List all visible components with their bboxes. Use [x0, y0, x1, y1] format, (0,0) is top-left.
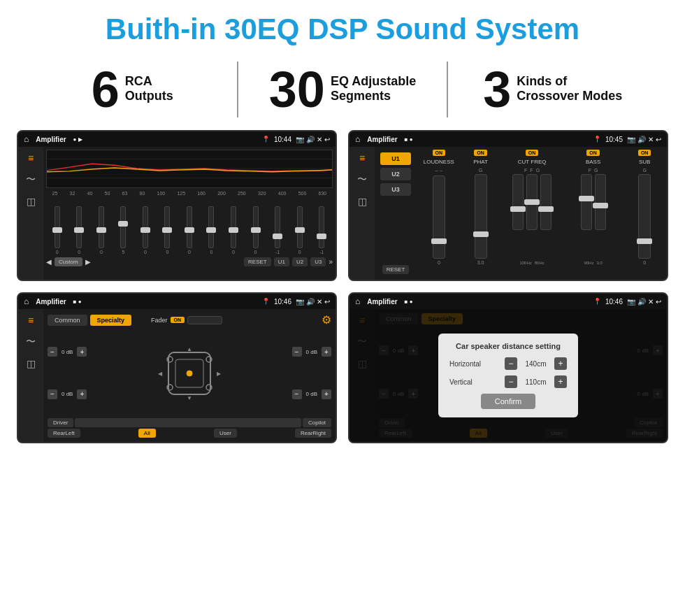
slider-track-6[interactable] [164, 206, 170, 248]
freq-125: 125 [177, 191, 185, 196]
slider-track-12[interactable] [297, 206, 303, 248]
confirm-button[interactable]: Confirm [481, 394, 536, 409]
home-icon-2: ⌂ [355, 134, 360, 144]
wave-icon-2[interactable]: 〜 [357, 173, 367, 186]
fr-minus[interactable]: − [292, 347, 302, 357]
eq-bottom-bar: ◀ Custom ▶ RESET U1 U2 U3 » [46, 257, 333, 266]
vol-icon-3: 🔊 [306, 298, 315, 306]
speaker-icon-1[interactable]: ◫ [27, 196, 36, 207]
rl-plus[interactable]: + [77, 389, 87, 399]
cutfreq-slider-2[interactable] [526, 174, 538, 230]
screen3-title: Amplifier [36, 298, 66, 306]
sub-label: SUB [639, 159, 650, 165]
copilot-btn-3[interactable]: Copilot [303, 418, 331, 427]
vertical-minus[interactable]: − [505, 375, 517, 388]
slider-4: 5 [120, 206, 126, 255]
slider-track-1[interactable] [55, 206, 60, 248]
rl-minus[interactable]: − [48, 389, 57, 399]
rearright-btn-3[interactable]: RearRight [295, 429, 331, 438]
slider-val-10: 0 [254, 250, 257, 255]
stat-rca: 6 RCA Outputs [42, 64, 223, 115]
freq-32: 32 [70, 191, 75, 196]
phat-slider[interactable] [475, 174, 487, 259]
next-arrow[interactable]: ▶ [85, 258, 91, 266]
u3-preset-btn[interactable]: U3 [380, 183, 411, 196]
user-btn-3[interactable]: User [214, 429, 237, 438]
slider-val-2: 0 [78, 250, 80, 255]
prev-arrow[interactable]: ◀ [46, 258, 52, 266]
reset-btn-2[interactable]: RESET [382, 265, 410, 274]
settings-icon-3[interactable]: ⚙ [322, 313, 331, 327]
vertical-control: − 110cm + [505, 375, 567, 388]
svg-point-5 [187, 371, 192, 376]
stat-divider-2 [447, 62, 448, 117]
slider-val-13: -1 [319, 250, 324, 255]
driver-btn-3[interactable]: Driver [48, 418, 73, 427]
sub-control: ON SUB G 0 [625, 150, 664, 265]
back-icon-3: ↩ [324, 298, 330, 306]
u1-btn[interactable]: U1 [274, 257, 289, 266]
loudness-slider[interactable] [433, 176, 445, 259]
fr-plus[interactable]: + [322, 347, 331, 357]
slider-track-5[interactable] [143, 206, 148, 248]
stat-line2-rca: Outputs [125, 89, 173, 103]
u2-btn[interactable]: U2 [292, 257, 308, 266]
slider-thumb-13 [317, 234, 326, 239]
speaker-icon-3[interactable]: ◫ [27, 358, 36, 369]
slider-thumb-5 [140, 227, 150, 233]
eq-icon-2[interactable]: ≡ [359, 152, 365, 164]
sub-slider[interactable] [638, 174, 651, 259]
u3-btn[interactable]: U3 [310, 257, 326, 266]
fl-plus[interactable]: + [77, 347, 87, 357]
phat-g: G [479, 168, 482, 173]
wave-icon-1[interactable]: 〜 [26, 173, 36, 186]
freq-320: 320 [258, 191, 266, 196]
slider-track-2[interactable] [76, 206, 82, 248]
custom-btn[interactable]: Custom [55, 257, 82, 266]
phat-thumb [473, 231, 489, 237]
page-header: Buith-in 30EQ DSP Sound System [0, 0, 685, 55]
slider-track-11[interactable] [275, 206, 280, 248]
cutfreq-thumb-2 [524, 199, 540, 205]
rearleft-btn-3[interactable]: RearLeft [48, 429, 80, 438]
bass-labels: F G [589, 168, 598, 173]
specialty-tab-3[interactable]: Specialty [90, 315, 132, 326]
vertical-plus[interactable]: + [554, 375, 567, 388]
horizontal-plus[interactable]: + [554, 357, 567, 370]
eq-icon-1[interactable]: ≡ [28, 152, 34, 164]
slider-track-7[interactable] [187, 206, 192, 248]
vertical-label: Vertical [449, 378, 473, 386]
bass-slider-2[interactable] [595, 174, 606, 230]
wave-icon-3[interactable]: 〜 [26, 336, 36, 348]
phat-control: ON PHAT G 3.0 [461, 150, 500, 265]
u1-preset-btn[interactable]: U1 [380, 152, 411, 165]
slider-track-3[interactable] [99, 206, 104, 248]
slider-track-9[interactable] [231, 206, 236, 248]
cutfreq-on: ON [526, 150, 539, 156]
rr-minus[interactable]: − [292, 389, 302, 399]
speaker-icon-2[interactable]: ◫ [358, 196, 367, 207]
screen2-controls: ON LOUDNESS ~ ~ 0 ON PHA [417, 147, 667, 280]
cutfreq-slider-1[interactable] [512, 174, 524, 230]
more-arrow[interactable]: » [329, 258, 333, 266]
rl-db: 0 dB [59, 391, 75, 397]
fl-minus[interactable]: − [48, 347, 57, 357]
slider-track-13[interactable] [319, 206, 324, 248]
rr-plus[interactable]: + [322, 389, 331, 399]
u2-preset-btn[interactable]: U2 [380, 168, 411, 180]
eq-icon-3[interactable]: ≡ [28, 315, 34, 326]
horizontal-minus[interactable]: − [505, 357, 517, 370]
bass-slider-1[interactable] [581, 174, 592, 230]
slider-track-8[interactable] [208, 206, 214, 248]
common-tab-3[interactable]: Common [48, 315, 87, 326]
slider-val-12: 0 [298, 250, 301, 255]
slider-track-4[interactable] [120, 206, 126, 248]
cutfreq-slider-3[interactable] [540, 174, 551, 230]
screen3-bottom-btns2: RearLeft All User RearRight [48, 429, 331, 438]
fader-slider-3[interactable] [187, 316, 222, 324]
all-btn-3[interactable]: All [138, 429, 156, 438]
reset-btn-1[interactable]: RESET [244, 257, 271, 266]
loudness-on: ON [433, 150, 446, 156]
freq-100: 100 [157, 191, 166, 196]
slider-track-10[interactable] [253, 206, 259, 248]
